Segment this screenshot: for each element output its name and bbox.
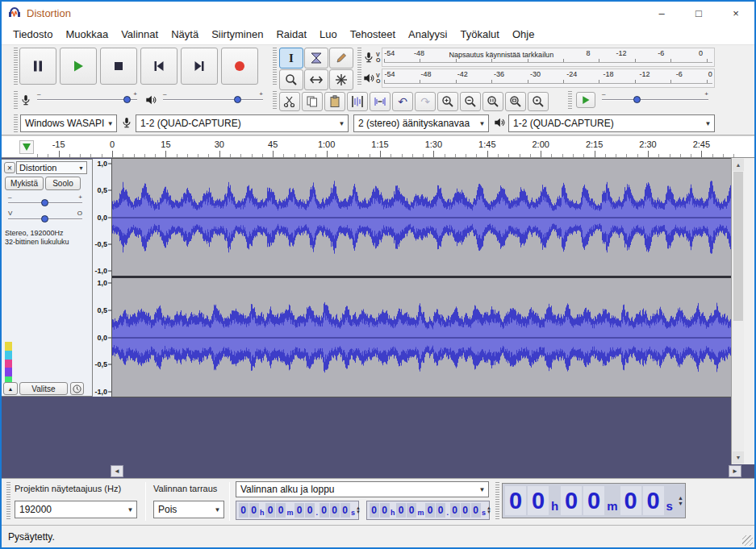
recording-channels-select[interactable]: 2 (stereo) äänityskanavaa▼ [353, 114, 489, 132]
zoom-out-button[interactable] [460, 92, 481, 111]
time-digit[interactable]: 0 [396, 503, 406, 518]
close-button[interactable]: × [717, 2, 754, 24]
track-select-button[interactable]: Valitse [19, 382, 68, 395]
play-speed-slider[interactable]: – + [602, 92, 708, 106]
time-spinner[interactable]: ▲▼ [678, 495, 683, 506]
time-digit[interactable]: 0 [370, 503, 379, 518]
waveform-left-channel[interactable] [112, 159, 731, 276]
selection-mode-select[interactable]: Valinnan alku ja loppu▼ [236, 481, 489, 497]
vertical-ruler[interactable]: 1,00,50,0-0,5-1,0 1,00,50,0-0,5-1,0 [93, 159, 112, 397]
selection-start-value[interactable]: 00h00m00.000s [238, 502, 356, 518]
menu-item-1[interactable]: Muokkaa [59, 24, 115, 45]
time-unit[interactable]: m [286, 509, 294, 518]
solo-button[interactable]: Soolo [45, 177, 81, 190]
time-digit[interactable]: 0 [436, 503, 445, 518]
menu-item-9[interactable]: Työkalut [454, 24, 506, 45]
time-unit[interactable]: s [481, 509, 487, 518]
pause-button[interactable] [19, 48, 56, 85]
menu-item-8[interactable]: Analyysi [402, 24, 453, 45]
time-digit[interactable]: 0 [305, 503, 315, 518]
track-title-menu[interactable]: Distortion▼ [16, 161, 87, 174]
project-rate-select[interactable]: 192000▼ [15, 501, 137, 518]
record-button[interactable] [221, 48, 258, 85]
selection-start-field[interactable]: 00h00m00.000s ▲▼ [236, 501, 359, 520]
time-digit[interactable]: 0 [620, 486, 641, 515]
waveform-right-channel[interactable] [112, 278, 731, 397]
toolbar-grip[interactable] [273, 91, 277, 110]
playback-device-select[interactable]: 1-2 (QUAD-CAPTURE)▼ [508, 114, 715, 132]
scroll-down-arrow[interactable]: ▼ [733, 451, 744, 464]
playback-volume-slider[interactable]: – + [163, 92, 263, 106]
skip-to-end-button[interactable] [181, 48, 218, 85]
waveform-view[interactable] [112, 159, 731, 397]
multi-tool-button[interactable] [329, 69, 353, 90]
track-pan-slider[interactable]: V O [8, 211, 82, 226]
audio-position-display[interactable]: 00h00m00s ▲▼ [502, 483, 686, 518]
time-digit[interactable]: 0 [239, 503, 249, 518]
timeline[interactable]: -1501530451:001:151:301:452:002:152:302:… [2, 135, 754, 158]
toolbar-grip[interactable] [568, 91, 572, 110]
menu-item-7[interactable]: Tehosteet [344, 24, 402, 45]
vertical-scrollbar[interactable]: ▲ ▼ [731, 158, 744, 464]
time-spinner[interactable]: ▲▼ [356, 506, 361, 514]
toolbar-grip[interactable] [6, 482, 10, 521]
time-spinner[interactable]: ▲▼ [487, 506, 491, 514]
track-gain-slider[interactable]: – + [8, 195, 82, 210]
time-digit[interactable]: 0 [407, 503, 416, 518]
fit-selection-button[interactable] [482, 92, 503, 111]
time-digit[interactable]: 0 [276, 503, 286, 518]
scroll-left-arrow[interactable]: ◄ [111, 465, 123, 477]
menu-item-2[interactable]: Valinnat [115, 24, 165, 45]
time-unit[interactable]: m [605, 499, 619, 516]
time-unit[interactable]: h [549, 499, 560, 516]
selection-end-field[interactable]: 00h00m00.000s ▲▼ [366, 501, 490, 520]
time-unit[interactable]: h [390, 509, 396, 518]
menu-item-6[interactable]: Luo [313, 24, 344, 45]
spin-up-icon[interactable]: ▲ [678, 495, 683, 501]
undo-button[interactable]: ↶ [392, 92, 413, 111]
fit-project-button[interactable] [505, 92, 526, 111]
skip-to-start-button[interactable] [140, 48, 178, 85]
recording-device-select[interactable]: 1-2 (QUAD-CAPTURE)▼ [136, 114, 349, 132]
menu-item-5[interactable]: Raidat [269, 24, 313, 45]
draw-tool-button[interactable] [329, 48, 353, 69]
time-unit[interactable]: s [350, 509, 356, 518]
menu-item-0[interactable]: Tiedosto [6, 24, 59, 45]
trim-audio-button[interactable] [347, 92, 368, 111]
time-digit[interactable]: 0 [425, 503, 435, 518]
snap-to-select[interactable]: Pois▼ [153, 501, 224, 518]
resize-grip[interactable] [742, 535, 753, 546]
zoom-tool-button[interactable] [279, 69, 303, 90]
redo-button[interactable]: ↷ [415, 92, 436, 111]
toolbar-grip[interactable] [14, 114, 18, 132]
track-clock-button[interactable] [70, 382, 84, 395]
horizontal-scrollbar[interactable]: ◄ ► [2, 464, 754, 478]
menu-item-10[interactable]: Ohje [506, 24, 541, 45]
time-unit[interactable]: m [417, 509, 425, 518]
time-digit[interactable]: 0 [643, 486, 664, 515]
slider-thumb[interactable] [234, 96, 241, 103]
spin-down-icon[interactable]: ▼ [356, 510, 361, 514]
slider-thumb[interactable] [41, 199, 48, 206]
pinned-playhead-button[interactable] [19, 140, 34, 154]
play-at-speed-button[interactable] [576, 92, 595, 108]
time-digit[interactable]: 0 [528, 486, 549, 515]
time-shift-tool-button[interactable] [304, 69, 328, 90]
selection-tool-button[interactable]: I [279, 48, 303, 69]
time-digit[interactable]: 0 [249, 503, 259, 518]
zoom-toggle-button[interactable] [528, 92, 549, 111]
toolbar-grip[interactable] [357, 48, 361, 86]
time-digit[interactable]: 0 [583, 486, 604, 515]
time-digit[interactable]: 0 [320, 503, 329, 518]
toolbar-grip[interactable] [14, 91, 18, 110]
play-button[interactable] [60, 48, 97, 85]
playback-meter-scale[interactable]: -54-48-42-36-30-24-18-12-60 [382, 69, 715, 88]
copy-button[interactable] [302, 92, 323, 111]
record-volume-slider[interactable]: – + [37, 92, 137, 106]
collapse-track-button[interactable]: ▲ [3, 382, 18, 395]
time-digit[interactable]: 0 [561, 486, 582, 515]
slider-thumb[interactable] [633, 96, 641, 103]
audio-host-select[interactable]: Windows WASAPI▼ [20, 114, 117, 132]
recording-meter[interactable]: V O -54-48Napsautus käynnistää tarkkailu… [363, 48, 715, 67]
record-meter-scale[interactable]: -54-48Napsautus käynnistää tarkkailun8-1… [382, 48, 715, 67]
